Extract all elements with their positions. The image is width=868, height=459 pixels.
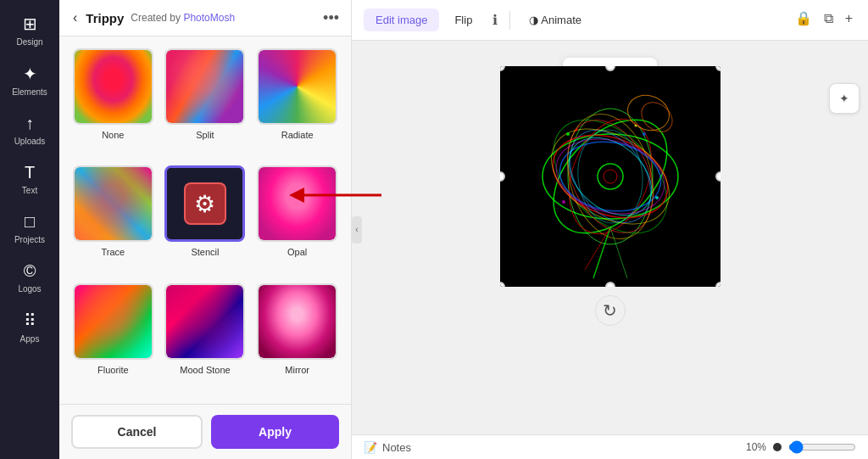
filter-thumb-stencil: ⚙ — [164, 165, 245, 242]
flower-image-opal — [259, 167, 336, 240]
projects-icon: □ — [25, 212, 35, 232]
filter-item-moodstone[interactable]: Mood Stone — [164, 283, 248, 392]
left-panel: ‹ Trippy Created by PhotoMosh ••• None S… — [59, 0, 352, 459]
filter-label-fluorite: Fluorite — [97, 365, 129, 375]
sidebar-label-uploads: Uploads — [14, 137, 46, 146]
notes-button[interactable]: 📝 Notes — [364, 441, 411, 454]
collapse-handle[interactable]: ‹ — [352, 216, 362, 243]
svg-point-27 — [634, 125, 637, 127]
main-area: Edit image Flip ℹ ◑ Animate 🔒 ⧉ + ⧉ 🗑 ••… — [352, 0, 868, 459]
panel-header: ‹ Trippy Created by PhotoMosh ••• — [59, 0, 351, 36]
sidebar-item-projects[interactable]: □ Projects — [4, 205, 55, 251]
ai-button[interactable]: ✦ — [829, 83, 860, 114]
duplicate-button[interactable]: ⧉ — [821, 7, 837, 30]
elements-icon: ✦ — [23, 64, 37, 84]
back-button[interactable]: ‹ — [71, 8, 79, 27]
handle-mid-right[interactable] — [715, 171, 721, 182]
filter-item-split[interactable]: Split — [164, 48, 248, 157]
filter-label-mirror: Mirror — [285, 365, 309, 375]
filter-item-mirror[interactable]: Mirror — [255, 283, 339, 392]
expand-button[interactable]: + — [842, 7, 856, 30]
status-bar: 📝 Notes 10% — [352, 434, 868, 459]
zoom-dot — [773, 443, 782, 451]
handle-bottom-mid[interactable] — [605, 282, 615, 287]
filter-thumb-mirror — [257, 283, 337, 360]
filter-item-trace[interactable]: Trace — [71, 165, 155, 274]
image-canvas — [500, 66, 721, 287]
filter-grid: None Split Radiate Trace — [59, 36, 351, 404]
svg-point-29 — [655, 196, 659, 199]
sidebar: ⊞ Design ✦ Elements ↑ Uploads T Text □ P… — [0, 0, 59, 459]
sidebar-label-elements: Elements — [12, 87, 47, 97]
flower-image-radiate — [259, 50, 336, 123]
right-floating-icons: ✦ — [829, 83, 860, 114]
filter-label-radiate: Radiate — [281, 130, 314, 140]
refresh-area: ↻ — [500, 295, 721, 326]
sidebar-item-text[interactable]: T Text — [4, 156, 55, 202]
neon-flower-svg — [500, 66, 721, 287]
filter-label-none: None — [102, 130, 124, 140]
filter-thumb-trace — [73, 165, 153, 242]
canvas-wrapper: ⧉ 🗑 ••• — [500, 66, 721, 326]
author-link[interactable]: PhotoMosh — [183, 12, 235, 24]
notes-icon: 📝 — [364, 441, 377, 454]
animate-button[interactable]: ◑ Animate — [517, 8, 593, 31]
sidebar-label-text: Text — [22, 186, 37, 195]
svg-point-24 — [566, 132, 570, 136]
filter-item-none[interactable]: None — [71, 48, 155, 157]
filter-thumb-fluorite — [73, 283, 153, 360]
filter-label-stencil: Stencil — [191, 247, 219, 257]
flower-image-mirror — [259, 285, 336, 358]
bottom-actions: Cancel Apply — [59, 404, 351, 459]
svg-point-25 — [575, 129, 577, 132]
filter-item-stencil[interactable]: ⚙ Stencil — [164, 165, 248, 274]
zoom-slider[interactable] — [788, 440, 856, 454]
design-icon: ⊞ — [23, 14, 37, 34]
lock-button[interactable]: 🔒 — [792, 7, 815, 30]
filter-label-moodstone: Mood Stone — [180, 365, 230, 375]
svg-rect-2 — [500, 66, 721, 287]
filter-thumb-none — [73, 48, 153, 125]
flower-image-none — [75, 50, 152, 123]
filter-label-split: Split — [196, 130, 214, 140]
flip-button[interactable]: Flip — [442, 8, 484, 31]
sidebar-label-logos: Logos — [18, 284, 41, 294]
filter-label-opal: Opal — [287, 247, 307, 257]
sidebar-item-apps[interactable]: ⠿ Apps — [4, 304, 55, 350]
apply-button[interactable]: Apply — [211, 415, 339, 449]
sidebar-item-elements[interactable]: ✦ Elements — [4, 57, 55, 104]
edit-image-button[interactable]: Edit image — [364, 8, 439, 31]
sidebar-label-projects: Projects — [14, 235, 45, 244]
notes-label: Notes — [382, 441, 411, 454]
uploads-icon: ↑ — [25, 114, 34, 133]
sidebar-item-design[interactable]: ⊞ Design — [4, 7, 55, 53]
info-button[interactable]: ℹ — [487, 7, 503, 33]
sidebar-item-logos[interactable]: © Logos — [4, 255, 55, 300]
zoom-level: 10% — [746, 441, 766, 453]
sidebar-label-apps: Apps — [20, 334, 40, 344]
apps-icon: ⠿ — [24, 311, 36, 331]
filter-item-fluorite[interactable]: Fluorite — [71, 283, 155, 392]
more-options-button[interactable]: ••• — [323, 9, 339, 27]
cancel-button[interactable]: Cancel — [71, 415, 203, 449]
animate-icon: ◑ — [529, 14, 538, 26]
svg-point-26 — [643, 132, 646, 136]
text-icon: T — [25, 163, 35, 182]
filter-thumb-split — [164, 48, 245, 125]
filter-item-opal[interactable]: Opal — [255, 165, 339, 274]
created-by-text: Created by — [131, 12, 181, 24]
top-right-icons: 🔒 ⧉ + — [792, 7, 856, 30]
sidebar-label-design: Design — [16, 37, 42, 47]
filter-label-trace: Trace — [101, 247, 125, 257]
sidebar-item-uploads[interactable]: ↑ Uploads — [4, 107, 55, 153]
stencil-icon: ⚙ — [184, 182, 226, 225]
top-toolbar: Edit image Flip ℹ ◑ Animate 🔒 ⧉ + — [352, 0, 868, 41]
refresh-button[interactable]: ↻ — [595, 295, 626, 326]
panel-subtitle: Created by PhotoMosh — [131, 12, 316, 24]
toolbar-divider — [509, 11, 510, 30]
filter-thumb-radiate — [257, 48, 337, 125]
panel-title: Trippy — [86, 11, 124, 25]
filter-thumb-opal — [257, 165, 337, 242]
canvas-area: ⧉ 🗑 ••• — [352, 41, 868, 434]
filter-item-radiate[interactable]: Radiate — [255, 48, 339, 157]
